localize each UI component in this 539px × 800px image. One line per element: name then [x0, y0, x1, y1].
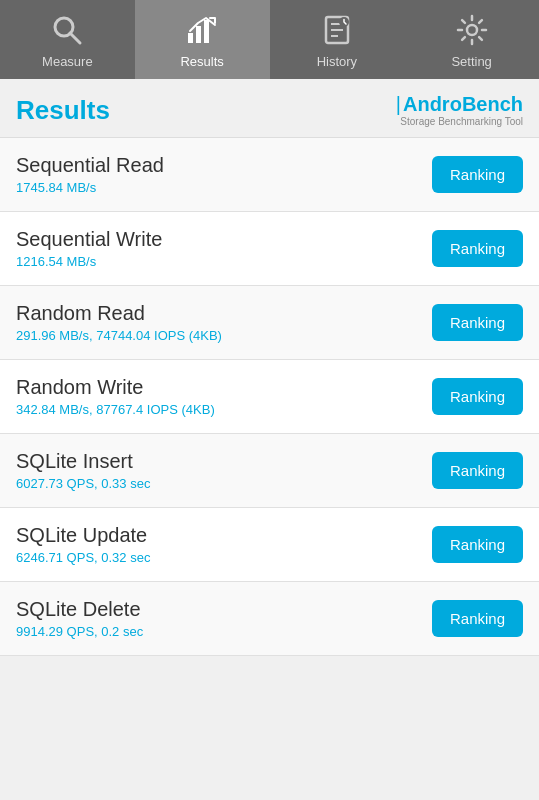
svg-line-15 — [462, 20, 465, 23]
result-info: Sequential Write1216.54 MB/s — [16, 228, 162, 269]
result-value: 6027.73 QPS, 0.33 sec — [16, 476, 150, 491]
result-name: Random Write — [16, 376, 215, 399]
result-row: Sequential Read1745.84 MB/sRanking — [0, 138, 539, 212]
history-icon — [319, 12, 355, 48]
svg-line-16 — [479, 37, 482, 40]
measure-icon — [49, 12, 85, 48]
brand-suffix: Bench — [462, 93, 523, 115]
history-label: History — [317, 54, 357, 69]
result-name: Sequential Write — [16, 228, 162, 251]
result-name: SQLite Update — [16, 524, 150, 547]
ranking-button[interactable]: Ranking — [432, 230, 523, 267]
results-label: Results — [180, 54, 223, 69]
result-info: SQLite Update6246.71 QPS, 0.32 sec — [16, 524, 150, 565]
nav-item-results[interactable]: Results — [135, 0, 270, 79]
result-value: 1216.54 MB/s — [16, 254, 162, 269]
brand-prefix: Andro — [403, 93, 462, 115]
result-row: Random Write342.84 MB/s, 87767.4 IOPS (4… — [0, 360, 539, 434]
results-list: Sequential Read1745.84 MB/sRankingSequen… — [0, 138, 539, 656]
result-row: SQLite Delete9914.29 QPS, 0.2 secRanking — [0, 582, 539, 656]
svg-rect-4 — [204, 20, 209, 43]
result-value: 342.84 MB/s, 87767.4 IOPS (4KB) — [16, 402, 215, 417]
result-name: Sequential Read — [16, 154, 164, 177]
result-info: Random Read291.96 MB/s, 74744.04 IOPS (4… — [16, 302, 222, 343]
ranking-button[interactable]: Ranking — [432, 600, 523, 637]
nav-item-setting[interactable]: Setting — [404, 0, 539, 79]
brand-logo: | AndroBench Storage Benchmarking Tool — [396, 93, 523, 127]
setting-label: Setting — [451, 54, 491, 69]
result-name: Random Read — [16, 302, 222, 325]
result-value: 291.96 MB/s, 74744.04 IOPS (4KB) — [16, 328, 222, 343]
result-info: SQLite Delete9914.29 QPS, 0.2 sec — [16, 598, 143, 639]
ranking-button[interactable]: Ranking — [432, 304, 523, 341]
result-value: 6246.71 QPS, 0.32 sec — [16, 550, 150, 565]
result-info: SQLite Insert6027.73 QPS, 0.33 sec — [16, 450, 150, 491]
measure-label: Measure — [42, 54, 93, 69]
brand-name: AndroBench — [403, 93, 523, 116]
ranking-button[interactable]: Ranking — [432, 156, 523, 193]
result-name: SQLite Delete — [16, 598, 143, 621]
result-value: 1745.84 MB/s — [16, 180, 164, 195]
result-row: SQLite Insert6027.73 QPS, 0.33 secRankin… — [0, 434, 539, 508]
result-row: Sequential Write1216.54 MB/sRanking — [0, 212, 539, 286]
nav-item-measure[interactable]: Measure — [0, 0, 135, 79]
result-name: SQLite Insert — [16, 450, 150, 473]
svg-rect-3 — [196, 26, 201, 43]
results-header: Results | AndroBench Storage Benchmarkin… — [0, 79, 539, 138]
ranking-button[interactable]: Ranking — [432, 378, 523, 415]
svg-line-18 — [462, 37, 465, 40]
result-value: 9914.29 QPS, 0.2 sec — [16, 624, 143, 639]
svg-line-1 — [70, 33, 80, 43]
brand-subtitle: Storage Benchmarking Tool — [400, 116, 523, 127]
ranking-button[interactable]: Ranking — [432, 526, 523, 563]
result-info: Sequential Read1745.84 MB/s — [16, 154, 164, 195]
nav-item-history[interactable]: History — [270, 0, 405, 79]
nav-bar: Measure Results History — [0, 0, 539, 79]
results-icon — [184, 12, 220, 48]
result-row: SQLite Update6246.71 QPS, 0.32 secRankin… — [0, 508, 539, 582]
page-title: Results — [16, 95, 110, 126]
result-row: Random Read291.96 MB/s, 74744.04 IOPS (4… — [0, 286, 539, 360]
result-info: Random Write342.84 MB/s, 87767.4 IOPS (4… — [16, 376, 215, 417]
svg-rect-2 — [188, 33, 193, 43]
brand-pipe: | — [396, 93, 401, 116]
svg-line-17 — [479, 20, 482, 23]
ranking-button[interactable]: Ranking — [432, 452, 523, 489]
setting-icon — [454, 12, 490, 48]
svg-point-10 — [467, 25, 477, 35]
